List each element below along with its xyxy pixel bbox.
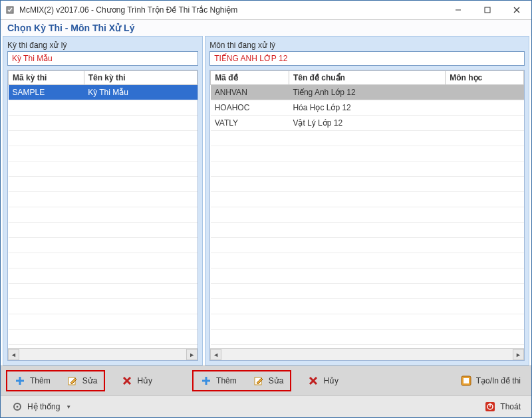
app-icon — [5, 5, 15, 15]
table-row-empty — [211, 253, 524, 268]
table-cell: HOAHOC — [211, 100, 289, 116]
svg-point-18 — [17, 406, 19, 408]
subject-panel: Môn thi đang xử lý TIẾNG ANH LỚP 12 Mã đ… — [205, 36, 529, 366]
table-row[interactable]: SAMPLEKỳ Thi Mẫu — [9, 85, 198, 100]
table-row-empty — [211, 314, 524, 330]
table-cell: Tiếng Anh Lớp 12 — [289, 85, 445, 100]
subject-edit-button[interactable]: Sửa — [247, 373, 289, 389]
subject-add-button[interactable]: Thêm — [195, 373, 242, 389]
table-row-empty — [9, 223, 198, 238]
table-row-empty — [9, 284, 198, 299]
table-row-empty — [9, 253, 198, 268]
titlebar: McMIX(2) v2017.06 - Chương Trình Trộn Đề… — [1, 1, 531, 20]
table-row-empty — [9, 268, 198, 284]
gear-icon — [11, 401, 23, 413]
exam-cancel-label: Hủy — [137, 376, 152, 385]
table-row-empty — [211, 223, 524, 238]
table-row-empty — [211, 207, 524, 223]
exam-add-button[interactable]: Thêm — [9, 373, 56, 389]
table-row-empty — [211, 177, 524, 192]
exit-label: Thoát — [500, 402, 521, 411]
create-print-label: Tạo/In đề thi — [476, 376, 521, 385]
maximize-button[interactable] — [473, 1, 502, 19]
subject-grid-body[interactable]: Mã đề Tên đề chuẩn Môn học ANHVANTiếng A… — [210, 70, 524, 348]
exam-button-group: Thêm Sửa — [6, 370, 105, 391]
plus-icon — [200, 375, 212, 387]
toolbar: Thêm Sửa Hủy Thêm Sửa Hủy — [1, 366, 531, 395]
subject-edit-label: Sửa — [269, 376, 284, 385]
subject-input[interactable]: TIẾNG ANH LỚP 12 — [209, 51, 525, 66]
exam-panel-label: Kỳ thi đang xử lý — [7, 41, 198, 50]
exam-edit-button[interactable]: Sửa — [61, 373, 103, 389]
subject-col-subject[interactable]: Môn học — [446, 71, 524, 85]
chevron-down-icon: ▼ — [66, 404, 71, 410]
table-row[interactable]: VATLYVật Lý Lớp 12 — [211, 116, 524, 131]
table-row-empty — [211, 238, 524, 253]
table-row[interactable]: ANHVANTiếng Anh Lớp 12 — [211, 85, 524, 100]
subject-cancel-label: Hủy — [323, 376, 338, 385]
svg-rect-2 — [485, 7, 490, 13]
subject-cancel-button[interactable]: Hủy — [302, 373, 344, 389]
close-button[interactable] — [502, 1, 531, 19]
table-row-empty — [9, 207, 198, 223]
printer-icon — [460, 375, 472, 387]
exam-grid: Mã kỳ thi Tên kỳ thi SAMPLEKỳ Thi Mẫu ◄ … — [7, 70, 198, 361]
subject-add-label: Thêm — [216, 376, 237, 385]
x-red-icon — [121, 375, 133, 387]
scroll-right-icon[interactable]: ► — [513, 349, 524, 360]
exam-grid-body[interactable]: Mã kỳ thi Tên kỳ thi SAMPLEKỳ Thi Mẫu — [8, 70, 198, 348]
exam-col-name[interactable]: Tên kỳ thi — [84, 71, 198, 85]
power-icon — [484, 401, 496, 413]
exam-add-label: Thêm — [30, 376, 51, 385]
app-window: McMIX(2) v2017.06 - Chương Trình Trộn Đề… — [0, 0, 532, 418]
table-row-empty — [9, 192, 198, 207]
table-row-empty — [9, 330, 198, 345]
table-row-empty — [9, 146, 198, 161]
system-menu-button[interactable]: Hệ thống ▼ — [6, 399, 76, 415]
scroll-right-icon[interactable]: ► — [186, 349, 198, 360]
exam-panel: Kỳ thi đang xử lý Kỳ Thi Mẫu Mã kỳ thi T… — [3, 36, 203, 366]
table-cell — [446, 100, 524, 116]
minimize-button[interactable] — [444, 1, 473, 19]
create-print-button[interactable]: Tạo/In đề thi — [455, 373, 526, 389]
table-cell — [446, 116, 524, 131]
table-cell: Kỳ Thi Mẫu — [84, 85, 198, 100]
table-row-empty — [211, 330, 524, 345]
table-row-empty — [211, 268, 524, 284]
system-menu-label: Hệ thống — [27, 402, 60, 411]
table-row-empty — [211, 161, 524, 177]
table-cell — [446, 85, 524, 100]
subject-grid: Mã đề Tên đề chuẩn Môn học ANHVANTiếng A… — [209, 70, 525, 361]
table-row-empty — [211, 131, 524, 146]
page-title: Chọn Kỳ Thi - Môn Thi Xử Lý — [1, 20, 531, 36]
exam-col-code[interactable]: Mã kỳ thi — [9, 71, 84, 85]
subject-col-name[interactable]: Tên đề chuẩn — [289, 71, 445, 85]
table-row-empty — [9, 131, 198, 146]
window-title: McMIX(2) v2017.06 - Chương Trình Trộn Đề… — [19, 5, 444, 15]
plus-icon — [14, 375, 26, 387]
table-row-empty — [211, 299, 524, 314]
table-row[interactable]: HOAHOCHóa Học Lớp 12 — [211, 100, 524, 116]
scroll-left-icon[interactable]: ◄ — [8, 349, 19, 360]
main-content: Kỳ thi đang xử lý Kỳ Thi Mẫu Mã kỳ thi T… — [1, 36, 531, 366]
svg-rect-16 — [464, 378, 469, 383]
subject-hscrollbar[interactable]: ◄ ► — [210, 348, 524, 360]
exam-cancel-button[interactable]: Hủy — [116, 373, 158, 389]
table-cell: Hóa Học Lớp 12 — [289, 100, 445, 116]
table-cell: Vật Lý Lớp 12 — [289, 116, 445, 131]
table-cell: VATLY — [211, 116, 289, 131]
table-row-empty — [9, 177, 198, 192]
table-row-empty — [9, 299, 198, 314]
subject-panel-label: Môn thi đang xử lý — [209, 41, 525, 50]
x-red-icon — [307, 375, 319, 387]
subject-col-code[interactable]: Mã đề — [211, 71, 289, 85]
table-row-empty — [9, 238, 198, 253]
exam-edit-label: Sửa — [82, 376, 98, 385]
exam-hscrollbar[interactable]: ◄ ► — [8, 348, 198, 360]
exam-input[interactable]: Kỳ Thi Mẫu — [7, 51, 198, 66]
exit-button[interactable]: Thoát — [479, 399, 526, 415]
scroll-left-icon[interactable]: ◄ — [210, 349, 221, 360]
statusbar: Hệ thống ▼ Thoát — [1, 395, 531, 417]
subject-button-group: Thêm Sửa — [192, 370, 291, 391]
pencil-icon — [253, 375, 265, 387]
